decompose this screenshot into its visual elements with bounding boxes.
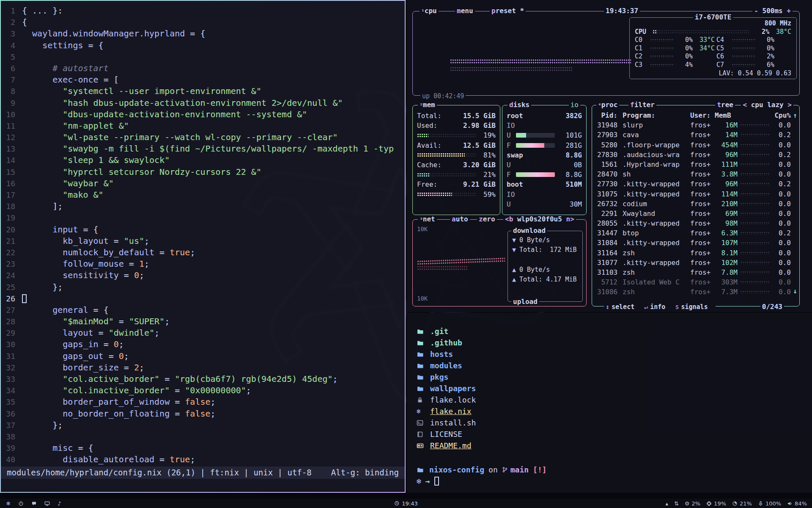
proc-filter-button[interactable]: filter — [628, 101, 656, 109]
code-line[interactable]: 11 "nm-applet &" — [1, 120, 404, 132]
process-row[interactable]: 31447btopfros+6.3M0.2 — [592, 228, 799, 238]
code-line[interactable]: 1{ ... }: — [1, 5, 404, 17]
btop-interval-control[interactable]: - 500ms + — [752, 7, 793, 15]
code-line[interactable]: 5 — [1, 51, 404, 63]
display-icon[interactable] — [44, 501, 50, 506]
code-line[interactable]: 13 "swaybg -m fill -i $(find ~/Pictures/… — [1, 143, 404, 155]
process-row[interactable]: 26732codiumfros+210M0.0 — [592, 199, 799, 209]
process-row[interactable]: 28470shfros+3.8M0.0 — [592, 169, 799, 179]
process-row[interactable]: 31084.kitty-wrappedfros+107M0.0 — [592, 238, 799, 248]
disks-io-toggle[interactable]: io — [569, 101, 580, 109]
bar-clock-module[interactable]: 19:43 — [394, 500, 417, 507]
network-arrows-icon[interactable]: ⇅ — [674, 500, 679, 507]
code-line[interactable]: 17 "mako &" — [1, 189, 404, 201]
cpu-model: i7-6700TE — [693, 13, 733, 22]
code-line[interactable]: 7 exec-once = [ — [1, 74, 404, 86]
statusline-keybind-hint: Alt-g: binding — [331, 467, 399, 479]
proc-info-hint[interactable]: ↵info — [644, 303, 665, 311]
ram-stat[interactable]: 19% — [706, 500, 726, 507]
proc-scroll-up-icon[interactable]: ↑ — [793, 111, 797, 119]
code-line[interactable]: 21 kb_layout = "us"; — [1, 235, 404, 247]
code-line[interactable]: 8 "systemctl --user import-environment &… — [1, 86, 404, 97]
proc-sort-selector[interactable]: < cpu lazy > — [741, 101, 793, 109]
power-icon[interactable] — [18, 501, 24, 506]
music-icon[interactable]: ♪ — [58, 500, 61, 507]
mic-stat[interactable]: 100% — [758, 500, 781, 507]
mem-meter-row: 21% — [417, 170, 496, 179]
btop-preset-button[interactable]: preset * — [490, 7, 526, 15]
volume-stat[interactable]: 84% — [787, 500, 807, 507]
tray-expand-icon[interactable]: ▴ — [665, 500, 668, 507]
code-line[interactable]: 10 "dbus-update-activation-environment -… — [1, 109, 404, 120]
proc-signals-hint[interactable]: ssignals — [675, 303, 708, 311]
net-zero-toggle[interactable]: zero — [477, 215, 497, 224]
disks-box: disks io root382GIOU101GF281Gswap8.8GU0B… — [502, 105, 587, 215]
code-line[interactable]: 4 settings = { — [1, 40, 404, 51]
process-row[interactable]: 5712Isolated Web Cfros+303M0.0 — [592, 277, 799, 287]
btop-menu-button[interactable]: menu — [455, 7, 475, 15]
code-line[interactable]: 18 ]; — [1, 201, 404, 212]
code-line[interactable]: 31 gaps_out = 0; — [1, 351, 404, 362]
process-row[interactable]: 27903cavafros+14M0.2 — [592, 130, 799, 140]
code-line[interactable]: 19 — [1, 212, 404, 224]
code-line[interactable]: 12 "wl-paste --primary --watch wl-copy -… — [1, 132, 404, 143]
code-line[interactable]: 36 no_border_on_floating = false; — [1, 408, 404, 420]
chat-icon[interactable] — [31, 501, 37, 506]
process-row[interactable]: 27730.kitty-wrappedfros+96M0.2 — [592, 179, 799, 189]
terminal-script-icon — [417, 420, 425, 426]
code-line[interactable]: 20 input = { — [1, 224, 404, 235]
process-row[interactable]: 1561.Hyprland-wrapfros+111M0.0 — [592, 160, 799, 169]
code-line[interactable]: 27 general = { — [1, 304, 404, 316]
process-row[interactable]: 2291Xwaylandfros+69M0.0 — [592, 209, 799, 218]
proc-scroll-down-icon[interactable]: ↓ — [793, 287, 797, 295]
net-box-title: ³net — [418, 215, 437, 224]
net-upload-graph — [417, 265, 468, 271]
code-line[interactable]: 23 follow_mouse = 1; — [1, 258, 404, 270]
nix-launcher-icon[interactable]: ❄ — [6, 500, 11, 507]
code-line[interactable]: 2{ — [1, 17, 404, 28]
code-line[interactable]: 22 numlock_by_default = true; — [1, 247, 404, 258]
code-line[interactable]: 35 border_part_of_window = false; — [1, 396, 404, 408]
code-line[interactable]: 40 disable_autoreload = true; — [1, 454, 404, 465]
code-line[interactable]: 14 "sleep 1 && swaylock" — [1, 155, 404, 166]
code-line[interactable]: 28 "$mainMod" = "SUPER"; — [1, 316, 404, 327]
code-line[interactable]: 24 sensitivity = 0; — [1, 270, 404, 281]
code-line[interactable]: 25 }; — [1, 282, 404, 293]
file-row-pkgs: pkgs — [417, 371, 812, 383]
cpu-stat[interactable]: ⚙2% — [685, 500, 700, 507]
code-line[interactable]: 34 "col.inactive_border" = "0x00000000"; — [1, 385, 404, 396]
process-row[interactable]: 31086zshfros+7.3M0.0 — [592, 287, 799, 297]
process-row[interactable]: 31075.kitty-wrappedfros+114M0.0 — [592, 189, 799, 199]
code-line[interactable]: 37 }; — [1, 420, 404, 431]
process-row[interactable]: 5280.floorp-wrappefros+454M0.0 — [592, 140, 799, 150]
mem-box: ²mem Total:15.5 GiBUsed:2.98 GiB19%Avail… — [412, 105, 500, 215]
code-line[interactable]: 6 # autostart — [1, 63, 404, 74]
process-row[interactable]: 27830.audacious-wrafros+96M0.2 — [592, 150, 799, 160]
code-line[interactable]: 3 wayland.windowManager.hyprland = { — [1, 28, 404, 39]
disks-box-title[interactable]: disks — [508, 101, 531, 109]
code-line[interactable]: 39 misc = { — [1, 442, 404, 454]
disk-stats: root382GIOU101GF281Gswap8.8GU0BF8.8Gboot… — [507, 111, 582, 209]
process-row[interactable]: 31103zshfros+7.8M0.0 — [592, 268, 799, 277]
proc-select-hint[interactable]: ↕select — [606, 303, 634, 311]
process-row[interactable]: 31077.kitty-wrappedfros+102M0.0 — [592, 258, 799, 268]
disk-stat[interactable]: 21% — [732, 500, 752, 507]
code-line[interactable]: 32 border_size = 2; — [1, 362, 404, 373]
code-line[interactable]: 38 — [1, 431, 404, 442]
proc-tree-toggle[interactable]: tree — [715, 101, 735, 109]
book-icon — [417, 431, 425, 438]
process-row[interactable]: 28055.kitty-wrappedfros+98M0.0 — [592, 218, 799, 228]
net-scale-top: 10K — [417, 226, 428, 232]
code-line[interactable]: 30 gaps_in = 0; — [1, 339, 404, 350]
code-line[interactable]: 15 "hyprctl setcursor Nordzy-cursors 22 … — [1, 166, 404, 178]
code-line[interactable]: 26 — [1, 293, 404, 304]
net-auto-toggle[interactable]: auto — [450, 215, 470, 224]
process-row[interactable]: 31164zshfros+8.1M0.0 — [592, 248, 799, 258]
net-interface-selector[interactable]: <b wlp0s20f0u5 n> — [503, 215, 576, 224]
code-line[interactable]: 29 layout = "dwindle"; — [1, 327, 404, 339]
code-line[interactable]: 16 "waybar &" — [1, 178, 404, 189]
code-line[interactable]: 9 "hash dbus-update-activation-environme… — [1, 97, 404, 109]
code-area[interactable]: 1{ ... }:2{3 wayland.windowManager.hyprl… — [1, 5, 404, 466]
code-line[interactable]: 33 "col.active_border" = "rgb(cba6f7) rg… — [1, 373, 404, 385]
process-row[interactable]: 31948slurpfros+16M0.0 — [592, 120, 799, 130]
